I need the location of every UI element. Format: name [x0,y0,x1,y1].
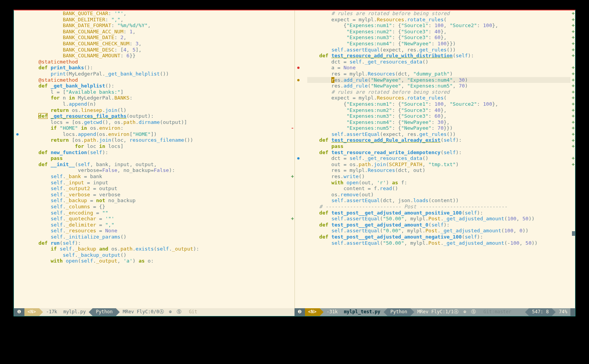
code-line[interactable]: def test_post__get_adjusted_amount_posit… [307,210,571,216]
code-line[interactable]: {"Expenses:num1": {"Source1": 100, "Sour… [307,22,571,29]
code-line[interactable]: content = f.read() [307,185,571,192]
minor-modes[interactable]: MRev FlyC:0/0 Ⓐ ⊕ Ⓢ [120,308,186,316]
right-code-area[interactable]: # rules are rotated before being stored … [307,10,571,308]
code-line[interactable]: # rules are rotated before being stored [307,89,571,95]
code-line[interactable]: self.assertEqual("50.00", mylpl.Post._ge… [307,240,571,246]
code-line[interactable]: BANK_COLNAME_DESC: [4, 5], [26,47,290,53]
code-line[interactable]: "Expenses:num5": {"NewPayee": 70}}) [307,125,571,131]
code-line[interactable]: l.append(n) [26,101,290,107]
code-line[interactable]: BANK_DELIMITER: ",", [26,17,290,23]
code-line[interactable]: pass [307,143,571,149]
separator-icon [320,308,324,316]
code-line[interactable]: "Expenses:num2": {"Source3": 40}, [307,29,571,35]
scrollbar-thumb[interactable] [572,231,575,236]
gutter-blue-dot-icon [297,157,300,160]
code-line[interactable]: os.remove(out) [307,192,571,198]
code-line[interactable]: self._resources = None [26,228,290,234]
code-line[interactable]: locs = [os.getcwd(), os.path.dirname(out… [26,119,290,125]
code-line[interactable]: out = os.path.join(SCRIPT_PATH, "tmp.txt… [307,161,571,168]
code-line[interactable]: @staticmethod [26,59,290,65]
code-line[interactable]: self.assertEqual(dct, json.loads(content… [307,197,571,204]
code-line[interactable]: pass [26,155,290,161]
code-line[interactable]: self._quotechar = '"' [26,216,290,222]
code-line[interactable]: def print_banks(): [26,65,290,71]
buffer-name[interactable]: mylpl.py [60,308,89,316]
code-line[interactable]: self.assertEqual(expect, res.get_rules()… [307,47,571,53]
code-line[interactable]: def _get_bank_helplist(): [26,83,290,89]
code-line[interactable]: self._encoding = "" [26,210,290,216]
code-line[interactable]: self._verbose = verbose [26,192,290,198]
code-line[interactable]: "Expenses:num4": {"NewPayee": 30}, [307,119,571,125]
code-line[interactable]: self._backup_output() [26,252,290,258]
code-line[interactable]: "Expenses:num4": {"NewPayee": 100}}) [307,41,571,47]
diff-minus-icon: - [291,125,294,131]
code-line[interactable]: l = ["Available banks:"] [26,89,290,95]
code-line[interactable]: res = mylpl.Resources(dct, "dummy_path") [307,71,571,77]
code-line[interactable]: self.assertEqual(expect, res.get_rules()… [307,131,571,137]
buffer-name[interactable]: mylpl_test.py [341,308,384,316]
code-line[interactable]: BANK_COLNAME_CHECK_NUM: 3, [26,41,290,47]
code-line[interactable]: self._backup = not no_backup [26,197,290,204]
code-line[interactable]: BANK_DATE_FORMAT: "%m/%d/%Y", [26,22,290,29]
code-line[interactable]: self._initialize_params() [26,234,290,240]
left-code-area[interactable]: BANK_QUOTE_CHAR: '"', BANK_DELIMITER: ",… [26,10,290,308]
code-line[interactable]: a = None [307,65,571,71]
code-line[interactable]: def test_post__get_adjusted_amount_0(sel… [307,222,571,228]
code-line[interactable]: self._input = input [26,180,290,186]
code-line[interactable]: res = mylpl.Resources(dct, out) [307,167,571,173]
code-line[interactable]: BANK_QUOTE_CHAR: '"', [26,10,290,17]
code-line[interactable]: def test_post__get_adjusted_amount_negat… [307,234,571,240]
code-line[interactable]: "Expenses:num2": {"Source3": 40}, [307,107,571,113]
code-line[interactable]: locs.append(os.environ["HOME"]) [26,131,290,137]
code-line[interactable]: def test_resource_add_Rule_already_exist… [307,137,571,143]
code-line[interactable]: with open(out, 'r') as f: [307,180,571,186]
code-line[interactable]: self._output2 = output [26,185,290,192]
left-modeline[interactable]: ❶ <N> - 17k mylpl.py Python MRev FlyC:0/… [14,308,294,316]
major-mode[interactable]: Python [93,308,115,316]
code-line[interactable]: # ------------------------- Post -------… [307,204,571,210]
code-line[interactable]: self.assertEqual("0.00", mylpl.Post._get… [307,228,571,234]
code-line[interactable]: def test_resource_add_rule_with_distribu… [307,53,571,59]
code-line[interactable]: BANK_COLNAME_ACC_NUM: 1, [26,29,290,35]
code-line[interactable]: res.add_rule("NewPayee", "Expenses:num5"… [307,83,571,89]
major-mode[interactable]: Python [388,308,410,316]
code-line[interactable]: print(MyLedgerPal._get_bank_helplist()) [26,71,290,77]
code-line[interactable]: @staticmethod [26,77,290,83]
code-line[interactable]: if self._backup and os.path.exists(self.… [26,246,290,252]
code-line[interactable]: dct = self._get_resources_data() [307,59,571,65]
code-line[interactable]: self.assertEqual("50.00", mylpl.Post._ge… [307,216,571,222]
code-line[interactable]: if "HOME" in os.environ: [26,125,290,131]
code-line[interactable]: # rules are rotated before being stored [307,10,571,17]
code-line[interactable]: self._bank = bank [26,173,290,180]
code-line[interactable]: "Expenses:num3": {"Source3": 60}, [307,113,571,119]
code-line[interactable]: def _get_resources_file_paths(output): [26,113,290,119]
right-modeline[interactable]: ❷ <N> - 31k mylpl_test.py Python MRev Fl… [294,308,575,316]
code-line[interactable]: for n in MyLedgerPal.BANKS: [26,95,290,101]
code-line[interactable]: def new_function(self): [26,149,290,156]
code-line[interactable]: def test_resource_read_write_idempotency… [307,149,571,156]
code-line[interactable]: expect = mylpl.Resources.rotate_rules( [307,95,571,101]
code-line[interactable]: res.write() [307,173,571,180]
left-pane[interactable]: BANK_QUOTE_CHAR: '"', BANK_DELIMITER: ",… [14,10,295,308]
code-line[interactable]: {"Expenses:num1": {"Source1": 100, "Sour… [307,101,571,107]
code-line[interactable]: verbose=False, no_backup=False): [26,167,290,173]
code-line[interactable]: BANK_COLNAME_DATE: 2, [26,34,290,41]
code-line[interactable]: expect = mylpl.Resources.rotate_rules( [307,17,571,23]
right-gutter [295,10,307,308]
gutter-red-dot-icon [297,67,300,69]
code-line[interactable]: return os.linesep.join(l) [26,107,290,113]
minor-modes[interactable]: MRev FlyC:1/1 Ⓐ ⊕ Ⓢ [414,308,480,316]
code-line[interactable]: BANK_COLNAME_AMOUNT: 6}} [26,53,290,59]
right-pane[interactable]: # rules are rotated before being stored … [295,10,575,308]
scrollbar[interactable] [571,10,575,308]
code-line[interactable]: self._delimiter = "," [26,222,290,228]
code-line[interactable]: "Expenses:num3": {"Source3": 60}, [307,34,571,41]
code-line[interactable]: with open(self._output, 'a') as o: [26,258,290,264]
code-line[interactable]: return [os.path.join(loc, resources_file… [26,137,290,143]
code-line[interactable]: def __init__(self, bank, input, output, [26,161,290,168]
code-line[interactable]: def run(self): [26,240,290,246]
code-line[interactable]: self._columns = {} [26,204,290,210]
code-line[interactable]: res.add_rule("NewPayee", "Expenses:num4"… [307,77,571,83]
code-line[interactable]: dct = self._get_resources_data() [307,155,571,161]
code-line[interactable]: for loc in locs] [26,143,290,149]
